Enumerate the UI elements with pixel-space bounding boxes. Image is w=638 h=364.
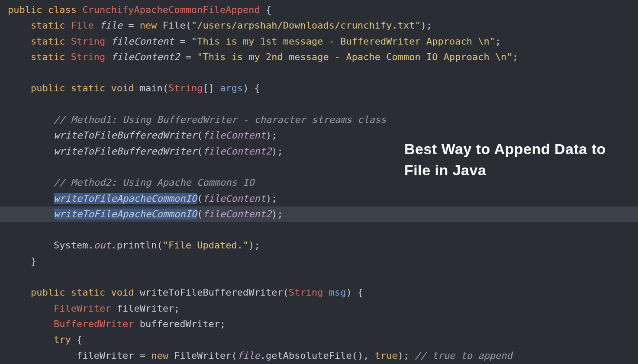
code-line: static String fileContent = "This is my … (0, 34, 638, 49)
func-call: writeToFileApacheCommonIO (54, 209, 197, 219)
boolean: true (375, 350, 398, 361)
code-line (0, 159, 638, 175)
type: FileWriter (54, 303, 111, 314)
code-line: writeToFileBufferedWriter(fileContent2); (0, 144, 638, 159)
code-line: writeToFileBufferedWriter(fileContent); (0, 128, 638, 143)
code-line: FileWriter fileWriter; (0, 301, 638, 316)
code-line: static File file = new File("/users/arps… (0, 18, 638, 33)
func-call: writeToFileApacheCommonIO (54, 193, 197, 204)
arg: fileContent (203, 130, 266, 141)
code-line: } (0, 254, 638, 269)
keyword: class (48, 4, 77, 15)
keyword: try (54, 334, 71, 345)
keyword: void (111, 83, 134, 93)
class-name: CrunchifyApacheCommonFileAppend (82, 4, 260, 15)
code-line-active: writeToFileApacheCommonIO(fileContent2); (0, 206, 638, 222)
keyword: public (31, 287, 65, 298)
code-line: public static void main(String[] args) { (0, 81, 638, 96)
type: String (289, 287, 323, 298)
comment: // Method1: Using BufferedWriter - chara… (54, 114, 386, 125)
keyword: public (8, 4, 42, 15)
type: String (168, 83, 203, 93)
code-line: public class CrunchifyApacheCommonFileAp… (0, 2, 638, 18)
comment: // true to append (415, 350, 512, 361)
var: fileContent2 (111, 52, 180, 62)
type: BufferedWriter (54, 319, 134, 329)
keyword: new (151, 350, 168, 361)
arg: fileContent2 (203, 146, 271, 157)
code-line: System.out.println("File Updated."); (0, 238, 638, 253)
string: "File Updated." (163, 240, 249, 251)
string: "This is my 2nd message - Apache Common … (197, 52, 512, 62)
code-editor[interactable]: public class CrunchifyApacheCommonFileAp… (0, 2, 638, 364)
code-line (0, 269, 638, 285)
code-line: public static void writeToFileBufferedWr… (0, 285, 638, 300)
type: File (71, 20, 94, 31)
comment: // Method2: Using Apache Commons IO (54, 177, 255, 188)
param: args (220, 83, 243, 93)
arg: file (237, 350, 260, 361)
func-call: writeToFileBufferedWriter (54, 130, 197, 141)
arg: fileContent2 (203, 209, 271, 219)
func-call: writeToFileBufferedWriter (54, 146, 197, 157)
keyword: static (31, 52, 65, 62)
field: out (94, 240, 111, 251)
code-line: BufferedWriter bufferedWriter; (0, 316, 638, 332)
keyword: new (140, 20, 157, 31)
keyword: static (71, 287, 105, 298)
keyword: static (31, 36, 65, 47)
brace: { (260, 4, 272, 15)
code-line (0, 222, 638, 238)
keyword: public (31, 83, 65, 93)
type: String (71, 36, 105, 47)
var: file (100, 20, 122, 31)
code-line (0, 65, 638, 81)
code-line (0, 97, 638, 112)
var: fileContent (111, 36, 174, 47)
code-line: try { (0, 332, 638, 348)
type: String (71, 52, 105, 62)
code-line: fileWriter = new FileWriter(file.getAbso… (0, 348, 638, 364)
code-line: writeToFileApacheCommonIO(fileContent); (0, 191, 638, 206)
keyword: static (31, 20, 65, 31)
string: "This is my 1st message - BufferedWriter… (191, 36, 495, 47)
string: "/users/arpshah/Downloads/crunchify.txt" (191, 20, 421, 31)
code-line: static String fileContent2 = "This is my… (0, 49, 638, 65)
keyword: void (111, 287, 134, 298)
arg: fileContent (203, 193, 266, 204)
code-line: // Method1: Using BufferedWriter - chara… (0, 112, 638, 128)
param: msg (323, 287, 346, 298)
code-line: // Method2: Using Apache Commons IO (0, 175, 638, 190)
keyword: static (71, 83, 105, 93)
